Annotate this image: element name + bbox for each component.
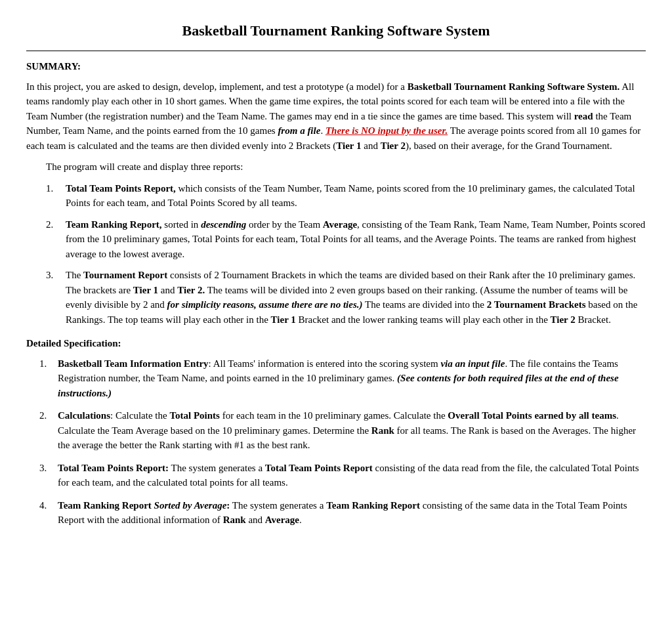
summary-tier2: Tier 2	[381, 140, 406, 151]
d3-text-1: The system generates a	[169, 463, 265, 473]
report-3-tier1b: Tier 1	[271, 314, 296, 325]
reports-intro: The program will create and display thre…	[46, 159, 646, 175]
d1-italic1: via an input file	[440, 358, 505, 369]
report-3-num: 3.	[46, 268, 66, 327]
report-2-label: Team Ranking Report,	[66, 219, 162, 230]
d1-num: 1.	[39, 356, 58, 371]
d3-label: Total Team Points Report:	[58, 463, 169, 473]
summary-bold-title: Basketball Tournament Ranking Software S…	[408, 81, 620, 92]
summary-label: SUMMARY:	[26, 59, 646, 74]
detailed-label: Detailed Specification:	[26, 336, 646, 351]
d4-text-1: The system generates a	[230, 500, 326, 511]
d1-text-1: : All Teams' information is entered into…	[209, 358, 441, 369]
report-1-label: Total Team Points Report,	[66, 183, 176, 194]
report-3-tier2: Tier 2.	[177, 285, 205, 295]
d2-overall: Overall Total Points earned by all teams	[448, 410, 616, 421]
summary-no-input: There is NO input by the user.	[326, 125, 448, 136]
d4-label-italic: Sorted by Average	[154, 500, 227, 511]
report-3-content: The Tournament Report consists of 2 Tour…	[66, 268, 646, 327]
report-2-num: 2.	[46, 217, 66, 262]
report-1-content: Total Team Points Report, which consists…	[66, 181, 646, 211]
report-3-tier1: Tier 1	[133, 285, 158, 295]
d2-content: Calculations: Calculate the Total Points…	[58, 408, 646, 453]
d4-rank: Rank	[223, 515, 246, 525]
detailed-item-4: 4. Team Ranking Report Sorted by Average…	[39, 498, 646, 528]
detailed-item-2: 2. Calculations: Calculate the Total Poi…	[39, 408, 646, 453]
report-1-item: 1. Total Team Points Report, which consi…	[46, 181, 646, 211]
d2-total-points: Total Points	[169, 410, 220, 421]
d2-rank: Rank	[371, 425, 394, 436]
report-2-text-2: order by the Team	[246, 219, 323, 230]
d4-and: and	[246, 515, 265, 525]
d3-num: 3.	[39, 461, 58, 476]
report-2-text-1: sorted in	[162, 219, 201, 230]
report-3-tier2b: Tier 2	[551, 314, 576, 325]
report-3-label: Tournament Report	[83, 270, 167, 280]
d2-label: Calculations	[58, 410, 110, 421]
d2-text-1: : Calculate the	[110, 410, 169, 421]
report-2-content: Team Ranking Report, sorted in descendin…	[66, 217, 646, 262]
summary-text-7: ), based on their average, for the Grand…	[406, 140, 612, 151]
d4-num: 4.	[39, 498, 58, 513]
report-3-and: and	[158, 285, 177, 295]
detailed-section: Detailed Specification: 1. Basketball Te…	[26, 336, 646, 528]
d4-content: Team Ranking Report Sorted by Average: T…	[58, 498, 646, 528]
summary-section: SUMMARY: In this project, you are asked …	[26, 59, 646, 327]
d4-label-bold: Team Ranking Report	[58, 500, 152, 511]
report-3-item: 3. The Tournament Report consists of 2 T…	[46, 268, 646, 327]
detailed-item-1: 1. Basketball Team Information Entry: Al…	[39, 356, 646, 401]
report-3-text-1: The	[66, 270, 83, 280]
report-2-descending: descending	[201, 219, 246, 230]
d4-end: .	[299, 515, 302, 525]
report-1-num: 1.	[46, 181, 66, 211]
d1-content: Basketball Team Information Entry: All T…	[58, 356, 646, 401]
d4-report-name: Team Ranking Report	[326, 500, 420, 511]
report-3-simplicity: for simplicity reasons, assume there are…	[167, 299, 363, 310]
summary-tier1: Tier 1	[336, 140, 361, 151]
summary-text-1: In this project, you are asked to design…	[26, 81, 408, 92]
d3-report-name: Total Team Points Report	[265, 463, 373, 473]
d3-content: Total Team Points Report: The system gen…	[58, 461, 646, 490]
report-3-text-6: Bracket and the lower ranking teams will…	[296, 314, 551, 325]
summary-paragraph-1: In this project, you are asked to design…	[26, 79, 646, 154]
summary-fromfile: from a file	[278, 125, 320, 136]
summary-text-6: and	[362, 140, 381, 151]
page-title: Basketball Tournament Ranking Software S…	[26, 20, 646, 41]
summary-read: read	[574, 111, 593, 121]
detailed-item-3: 3. Total Team Points Report: The system …	[39, 461, 646, 490]
d2-text-2: for each team in the 10 preliminary game…	[220, 410, 448, 421]
report-3-text-7: Bracket.	[576, 314, 611, 325]
d4-average: Average	[265, 515, 299, 525]
report-2-average: Average	[323, 219, 357, 230]
d2-num: 2.	[39, 408, 58, 423]
summary-text-4: .	[320, 125, 326, 136]
report-3-2brackets: 2 Tournament Brackets	[487, 299, 586, 310]
report-3-text-4: The teams are divided into the	[362, 299, 486, 310]
report-2-item: 2. Team Ranking Report, sorted in descen…	[46, 217, 646, 262]
d1-label: Basketball Team Information Entry	[58, 358, 209, 369]
detailed-list: 1. Basketball Team Information Entry: Al…	[39, 356, 646, 528]
